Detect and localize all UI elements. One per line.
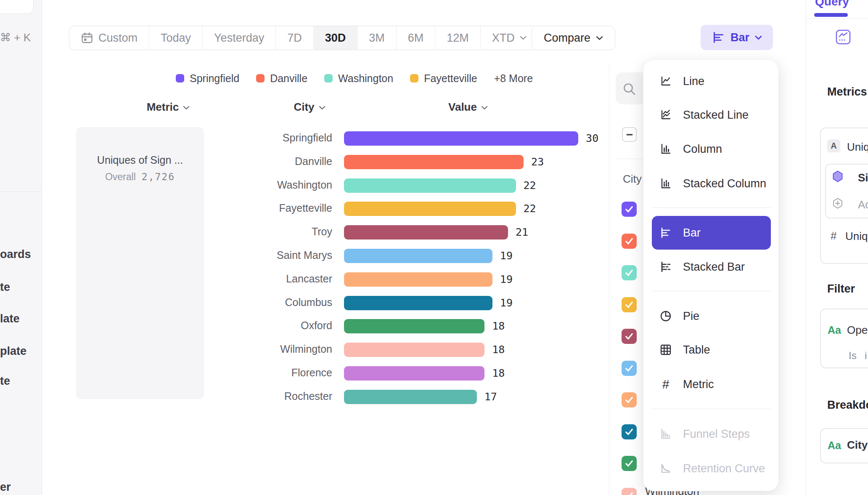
filter-card (820, 309, 868, 368)
legend-label: Danville (270, 72, 307, 85)
city-checkbox[interactable] (622, 488, 637, 495)
bar[interactable] (344, 155, 524, 169)
menu-item-pie[interactable]: Pie (652, 303, 771, 330)
date-range-12m[interactable]: 12M (435, 26, 480, 50)
legend-swatch (410, 74, 418, 82)
legend-more-button[interactable]: +8 More (494, 72, 533, 85)
chevron-down-icon (755, 35, 762, 40)
menu-item-label: Table (683, 343, 710, 357)
bar[interactable] (344, 202, 516, 216)
filter-operator[interactable]: Is (849, 350, 857, 362)
calendar-icon (81, 32, 93, 44)
city-checkbox[interactable] (622, 297, 637, 312)
sidebar-search-box[interactable] (0, 0, 34, 14)
bar-value: 30 (586, 132, 598, 144)
filter-row-label[interactable]: Ope (847, 324, 868, 337)
check-icon (624, 204, 635, 215)
hash-icon: # (831, 229, 836, 242)
insights-chart-icon[interactable] (836, 29, 851, 45)
city-checkbox[interactable] (622, 424, 637, 439)
date-range-xtd[interactable]: XTD (480, 26, 538, 50)
date-range-6m[interactable]: 6M (396, 26, 435, 50)
chart-type-menu: Line Stacked Line Column Stacked Column … (643, 59, 779, 491)
select-all-checkbox-indeterminate[interactable] (622, 127, 637, 142)
chart-type-label: Bar (730, 31, 749, 44)
menu-item-stacked-bar[interactable]: Stacked Bar (652, 253, 771, 280)
chart-row: Rochester 17 (0, 385, 616, 409)
date-range-today[interactable]: Today (149, 26, 202, 50)
tab-query[interactable]: Query (815, 0, 849, 8)
legend-swatch (324, 74, 333, 82)
column-header-city[interactable]: City (267, 101, 352, 113)
legend-swatch (256, 74, 265, 82)
menu-item-label: Retention Curve (683, 462, 765, 475)
bar[interactable] (344, 225, 508, 240)
chart-row: Wilmington 18 (0, 338, 616, 362)
menu-item-stacked-line[interactable]: Stacked Line (652, 101, 771, 128)
city-checkbox[interactable] (622, 202, 637, 217)
event-hexagon-icon (831, 170, 844, 183)
compare-button[interactable]: Compare (532, 26, 615, 50)
menu-item-label: Column (683, 143, 722, 156)
sidebar-item-5[interactable]: er (0, 481, 11, 494)
city-checkbox[interactable] (622, 456, 637, 471)
city-checkbox[interactable] (622, 392, 637, 407)
city-checkbox[interactable] (622, 234, 637, 249)
legend-item[interactable]: Fayetteville (410, 72, 477, 85)
menu-item-metric[interactable]: # Metric (652, 371, 771, 398)
event-row-label[interactable]: Sig (858, 171, 868, 184)
bar[interactable] (344, 272, 492, 287)
check-icon (624, 458, 635, 469)
city-checkbox[interactable] (622, 265, 637, 280)
bar[interactable] (344, 249, 492, 263)
bar[interactable] (344, 390, 477, 404)
bar-label: Danville (210, 155, 332, 168)
bar-chart-icon (712, 31, 725, 44)
date-range-label: 3M (369, 32, 385, 45)
menu-item-bar[interactable]: Bar (652, 216, 771, 250)
city-checkbox[interactable] (622, 361, 637, 376)
bar[interactable] (344, 296, 492, 310)
menu-divider (652, 291, 771, 291)
date-range-7d[interactable]: 7D (275, 26, 313, 50)
check-icon (624, 236, 635, 247)
pie-chart-icon (659, 310, 672, 322)
chart-row: Oxford 18 (0, 314, 616, 338)
bar[interactable] (344, 343, 484, 357)
menu-item-line[interactable]: Line (652, 68, 771, 95)
date-range-yesterday[interactable]: Yesterday (202, 26, 275, 50)
metric-row-label[interactable]: Uniqu (847, 141, 868, 154)
bar[interactable] (344, 319, 484, 333)
date-range-3m[interactable]: 3M (357, 26, 396, 50)
date-range-label: 30D (325, 32, 346, 45)
legend-item[interactable]: Springfield (176, 72, 239, 85)
menu-item-column[interactable]: Column (652, 136, 771, 162)
date-range-label: Custom (98, 32, 138, 45)
legend-item[interactable]: Danville (256, 72, 307, 85)
column-header-metric[interactable]: Metric (126, 101, 210, 113)
bar-value: 22 (524, 202, 536, 215)
minus-icon (625, 130, 634, 139)
column-header-value[interactable]: Value (426, 101, 510, 113)
bar-value: 21 (516, 226, 528, 238)
bar-value: 17 (484, 391, 497, 403)
hash-row-label[interactable]: Uniqu (845, 230, 868, 243)
add-event-label[interactable]: Ad (858, 198, 868, 211)
property-type-badge: Aa (828, 439, 841, 452)
date-range-30d[interactable]: 30D (313, 26, 357, 50)
filter-value[interactable]: i (865, 350, 867, 362)
menu-item-label: Funnel Steps (683, 428, 750, 441)
chart-type-button[interactable]: Bar (701, 25, 773, 50)
legend-item[interactable]: Washington (324, 72, 393, 85)
menu-item-table[interactable]: Table (652, 336, 771, 363)
menu-item-stacked-column[interactable]: Stacked Column (652, 170, 771, 197)
bar[interactable] (344, 366, 484, 381)
city-checkbox[interactable] (622, 329, 637, 344)
bar[interactable] (344, 178, 516, 193)
legend-label: Springfield (190, 72, 239, 85)
breakdown-row-label[interactable]: City (847, 439, 868, 452)
bar[interactable] (344, 131, 578, 146)
date-range-label: 12M (447, 32, 469, 45)
menu-item-label: Bar (683, 226, 701, 240)
date-range-custom[interactable]: Custom (69, 26, 149, 50)
